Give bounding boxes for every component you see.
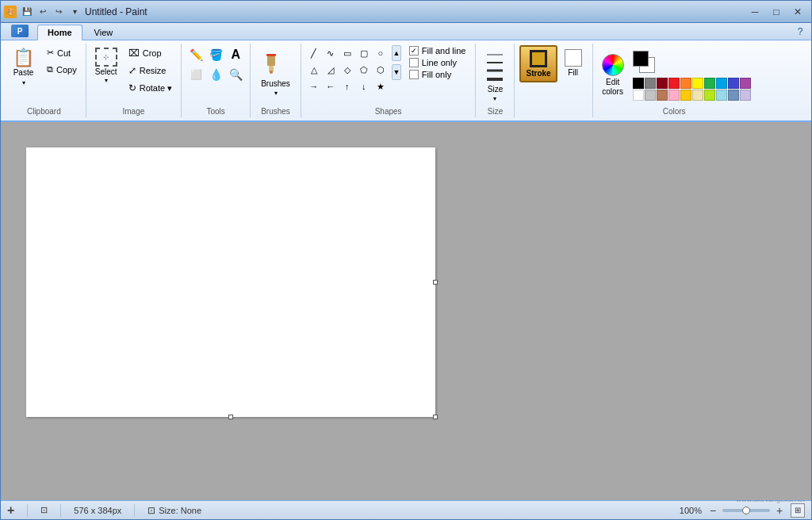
redo-quick-button[interactable]: ↪ [52,5,66,19]
color-row-2 [633,90,751,101]
close-button[interactable]: ✕ [787,4,808,20]
fill-options: ✓ Fill and line Line only Fill only [404,45,471,80]
paste-button[interactable]: 📋 Paste ▾ [7,45,40,90]
eraser-button[interactable]: ⬜ [186,65,205,84]
title-bar: 🎨 💾 ↩ ↪ ▾ Untitled - Paint ─ □ ✕ [1,1,811,23]
undo-quick-button[interactable]: ↩ [36,5,50,19]
color-swatch-r2-c3[interactable] [657,90,668,101]
color-picker-button[interactable]: 💧 [206,65,225,84]
fill-only-checkbox[interactable] [409,70,419,79]
size-item: ⊡ Size: None [147,505,201,516]
fill-only-option[interactable]: Fill only [408,69,468,80]
minimize-button[interactable]: ─ [745,4,765,20]
ellipse-tool[interactable]: ○ [373,45,389,61]
fill-button[interactable]: Fill [559,45,588,81]
tab-file[interactable]: P [4,21,36,40]
copy-button[interactable]: ⧉ Copy [43,62,81,77]
tab-help[interactable]: ? [792,24,808,40]
color-swatch-r1-c1[interactable] [633,78,644,89]
stroke-fill-content: Stroke Fill [519,45,587,105]
line-tool[interactable]: ╱ [306,45,322,61]
resize-handle-right[interactable] [433,280,438,285]
brushes-button[interactable]: Brushes ▾ [255,45,296,101]
stroke-button[interactable]: Stroke [519,45,557,82]
color-swatch-r1-c9[interactable] [728,78,739,89]
color-swatch-r2-c8[interactable] [716,90,727,101]
color-palette [633,78,751,101]
crop-icon: ⌧ [128,48,140,59]
down-arrow-tool[interactable]: ↓ [356,78,372,94]
fill-and-line-option[interactable]: ✓ Fill and line [408,45,468,56]
color-swatch-r2-c4[interactable] [668,90,680,101]
color-swatch-r2-c7[interactable] [704,90,715,101]
color-swatch-r2-c10[interactable] [740,90,751,101]
color-swatch-r1-c8[interactable] [716,78,727,89]
triangle-tool[interactable]: △ [306,62,322,78]
color-swatch-r1-c4[interactable] [668,78,680,89]
save-quick-button[interactable]: 💾 [20,5,34,19]
curve-tool[interactable]: ∿ [323,45,339,61]
crop-button[interactable]: ⌧ Crop [124,45,176,61]
canvas[interactable] [26,147,435,417]
color-swatch-r2-c2[interactable] [645,90,656,101]
color-swatch-r1-c3[interactable] [657,78,668,89]
up-arrow-tool[interactable]: ↑ [339,78,355,94]
color-swatch-r2-c6[interactable] [692,90,703,101]
line-only-option[interactable]: Line only [408,57,468,68]
image-label: Image [123,105,145,116]
canvas-container[interactable] [1,122,811,500]
rect-tool[interactable]: ▭ [339,45,355,61]
resize-handle-bottom-left[interactable] [228,415,233,419]
star-tool[interactable]: ★ [373,78,389,94]
select-button[interactable]: ⊹ Select ▾ [91,45,121,86]
fill-tool-button[interactable]: 🪣 [206,45,225,64]
color-swatch-r1-c2[interactable] [645,78,656,89]
pencil-button[interactable]: ✏️ [186,45,205,64]
shapes-content: ╱ ∿ ▭ ▢ ○ △ ◿ ◇ ⬠ ⬡ → ← ↑ [306,45,471,105]
edit-colors-button[interactable]: Editcolors [598,52,628,99]
color-swatch-r2-c5[interactable] [680,90,691,101]
zoom-thumb[interactable] [742,507,750,514]
tools-grid: ✏️ 🪣 A ⬜ 💧 🔍 [186,45,245,104]
shapes-scroll-up[interactable]: ▲ [392,45,401,61]
zoom-in-button[interactable]: + [773,504,786,517]
status-right: 100% − + ⊞ [680,503,805,518]
color-swatch-r1-c10[interactable] [740,78,751,89]
pentagon-tool[interactable]: ⬠ [356,62,372,78]
add-button[interactable]: + [7,503,14,518]
size-button[interactable]: Size ▾ [481,45,509,105]
right-arrow-tool[interactable]: → [306,78,322,94]
zoom-out-button[interactable]: − [707,504,719,517]
tab-view[interactable]: View [84,25,124,40]
cut-button[interactable]: ✂ Cut [43,45,81,60]
diamond-tool[interactable]: ◇ [339,62,355,78]
left-arrow-tool[interactable]: ← [323,78,339,94]
line-only-checkbox[interactable] [409,58,419,67]
fit-icon: ⊞ [795,506,801,514]
shapes-scroll-down[interactable]: ▼ [392,64,401,80]
right-triangle-tool[interactable]: ◿ [323,62,339,78]
rotate-button[interactable]: ↻ Rotate ▾ [124,80,176,96]
color-swatch-r2-c1[interactable] [633,90,644,101]
stroke-fill-group-label [553,105,555,116]
app-icon: 🎨 [4,6,17,18]
magnifier-button[interactable]: 🔍 [226,65,245,84]
resize-handle-bottom-right[interactable] [433,415,438,419]
quick-access-dropdown[interactable]: ▾ [67,5,82,19]
fill-and-line-checkbox[interactable]: ✓ [409,46,419,55]
resize-button[interactable]: ⤢ Resize [124,63,176,78]
status-divider-3 [134,504,135,517]
status-divider-2 [60,504,61,517]
round-rect-tool[interactable]: ▢ [356,45,372,61]
color-swatch-r2-c9[interactable] [728,90,739,101]
cut-icon: ✂ [47,48,54,58]
hexagon-tool[interactable]: ⬡ [373,62,389,78]
color-swatch-r1-c5[interactable] [680,78,691,89]
fit-to-window-button[interactable]: ⊞ [791,503,805,518]
foreground-color-box[interactable] [633,51,649,67]
color-swatch-r1-c6[interactable] [692,78,703,89]
tab-home[interactable]: Home [37,25,82,40]
text-button[interactable]: A [226,45,245,64]
maximize-button[interactable]: □ [766,4,787,20]
color-swatch-r1-c7[interactable] [704,78,715,89]
